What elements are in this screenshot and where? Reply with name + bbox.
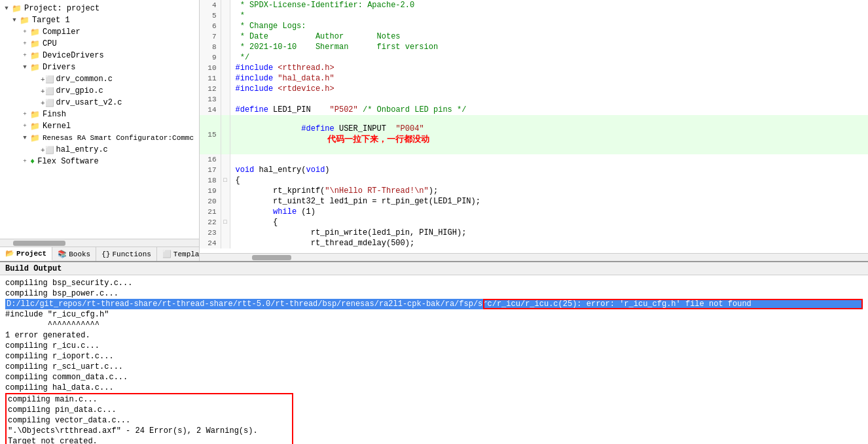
code-line-8[interactable]: 8 * 2021-10-10 Sherman first version (200, 42, 868, 52)
build-red-box-2: compiling main.c... compiling pin_data.c… (5, 393, 293, 444)
line-expand (221, 94, 230, 105)
code-line-21[interactable]: 21 while (1) (200, 207, 868, 217)
code-line-19[interactable]: 19 rt_kprintf("\nHello RT-Thread!\n"); (200, 186, 868, 196)
tab-books[interactable]: 📚 Books (52, 247, 96, 261)
build-error-line: D:/llc/git_repos/rt-thread-share/rt-thre… (5, 299, 863, 309)
build-output-header: Build Output (0, 262, 868, 275)
tree-item-finsh[interactable]: + 📁 Finsh (0, 109, 199, 120)
code-line-23[interactable]: 23 rt_pin_write(led1_pin, PIN_HIGH); (200, 228, 868, 238)
build-line-2: compiling bsp_power.c... (5, 288, 863, 299)
tree-item-drv-common[interactable]: +⬜ drv_common.c (0, 73, 199, 85)
tree-label: drv_common.c (56, 75, 113, 84)
code-line-6[interactable]: 6 * Change Logs: (200, 21, 868, 31)
code-line-4[interactable]: 4 * SPDX-License-Identifier: Apache-2.0 (200, 0, 868, 10)
tree-label: Compiler (43, 27, 81, 37)
code-line-10[interactable]: 10 #include <rtthread.h> (200, 63, 868, 73)
code-line-15[interactable]: 15 #define USER_INPUT "P004" 代码一拉下来，一行都没… (200, 115, 868, 154)
code-line-16[interactable]: 16 (200, 154, 868, 165)
expand-icon[interactable]: + (21, 111, 29, 118)
expand-icon[interactable]: + (21, 123, 29, 129)
tree-label: Flex Software (37, 157, 99, 166)
expand-icon[interactable]: ▼ (21, 64, 29, 71)
expand-icon[interactable]: ▼ (10, 17, 18, 24)
code-line-14[interactable]: 14 #define LED1_PIN "P502" /* Onboard LE… (200, 105, 868, 115)
tab-functions[interactable]: {} Functions (96, 247, 157, 261)
expand-icon[interactable]: + (21, 29, 29, 35)
line-expand (221, 52, 230, 63)
tree-item-compiler[interactable]: + 📁 Compiler (0, 26, 199, 38)
tree-label: Drivers (43, 63, 75, 72)
build-output-label: Build Output (5, 264, 62, 273)
line-number: 18 (200, 175, 221, 186)
code-content: void hal_entry(void) (230, 165, 868, 175)
tree-item-flex-software[interactable]: + ♦ Flex Software (0, 156, 199, 167)
expand-icon[interactable]: + (21, 41, 29, 47)
line-expand (221, 207, 230, 217)
annotation-text: 代码一拉下来，一行都没动 (327, 134, 429, 144)
line-expand (221, 10, 230, 21)
build-line-caret: ^^^^^^^^^^^ (5, 320, 863, 330)
code-content: rt_uint32_t led1_pin = rt_pin_get(LED1_P… (230, 196, 868, 207)
tab-label: Templates (173, 250, 200, 258)
expand-icon[interactable]: ▼ (3, 5, 10, 12)
templates-icon: ⬜ (162, 250, 172, 258)
tab-templates[interactable]: ⬜ Templates (157, 247, 200, 261)
line-number: 15 (200, 115, 221, 154)
code-content: * 2021-10-10 Sherman first version (230, 42, 868, 52)
line-number: 22 (200, 217, 221, 228)
tree-item-renesas[interactable]: ▼ 📁 Renesas RA Smart Configurator:Commc (0, 132, 199, 144)
tree-item-cpu[interactable]: + 📁 CPU (0, 38, 199, 50)
line-number: 11 (200, 73, 221, 84)
tree-item-kernel[interactable]: + 📁 Kernel (0, 120, 199, 132)
code-hscroll[interactable] (200, 253, 868, 261)
tree-item-drivers[interactable]: ▼ 📁 Drivers (0, 61, 199, 73)
tree-label: Target 1 (32, 16, 70, 25)
line-expand (221, 42, 230, 52)
tree-item-target1[interactable]: ▼ 📁 Target 1 (0, 14, 199, 26)
tab-label: Project (16, 250, 46, 258)
code-line-11[interactable]: 11 #include "hal_data.h" (200, 73, 868, 84)
code-line-18[interactable]: 18 □ { (200, 175, 868, 186)
code-content: rt_thread_mdelay(500); (230, 238, 868, 248)
line-expand (221, 115, 230, 154)
sidebar-hscroll[interactable] (0, 239, 199, 247)
build-line-hal-data: compiling hal_data.c... (5, 383, 863, 393)
build-red-box-2-wrapper: compiling main.c... compiling pin_data.c… (5, 393, 863, 444)
code-line-22[interactable]: 22 □ { (200, 217, 868, 228)
expand-icon[interactable]: + (21, 158, 29, 165)
code-content: #include <rtdevice.h> (230, 84, 868, 94)
build-line-1error: 1 error generated. (5, 330, 863, 341)
code-editor-area: 4 * SPDX-License-Identifier: Apache-2.0 … (200, 0, 868, 261)
code-content: rt_pin_write(led1_pin, PIN_HIGH); (230, 228, 868, 238)
code-line-9[interactable]: 9 */ (200, 52, 868, 63)
tree-item-devicedrivers[interactable]: + 📁 DeviceDrivers (0, 50, 199, 61)
build-output-panel: Build Output compiling bsp_security.c...… (0, 261, 868, 444)
line-expand (221, 73, 230, 84)
tree-item-project-root[interactable]: ▼ 📁 Project: project (0, 3, 199, 14)
tree-item-hal-entry[interactable]: +⬜ hal_entry.c (0, 144, 199, 156)
line-number: 16 (200, 154, 221, 165)
build-line-pin-data: compiling pin_data.c... (8, 405, 291, 415)
code-line-20[interactable]: 20 rt_uint32_t led1_pin = rt_pin_get(LED… (200, 196, 868, 207)
code-line-17[interactable]: 17 void hal_entry(void) (200, 165, 868, 175)
build-content: compiling bsp_security.c... compiling bs… (0, 275, 868, 444)
code-line-24[interactable]: 24 rt_thread_mdelay(500); (200, 238, 868, 248)
line-expand (221, 228, 230, 238)
expand-icon[interactable]: + (21, 52, 29, 59)
tab-label: Books (69, 250, 90, 258)
build-line-r-ioport: compiling r_ioport.c... (5, 351, 863, 362)
tree-item-drv-gpio[interactable]: +⬜ drv_gpio.c (0, 85, 199, 97)
project-tree: ▼ 📁 Project: project ▼ 📁 Target 1 + 📁 Co… (0, 0, 199, 239)
code-line-7[interactable]: 7 * Date Author Notes (200, 31, 868, 42)
code-line-12[interactable]: 12 #include <rtdevice.h> (200, 84, 868, 94)
tree-label: drv_usart_v2.c (56, 98, 122, 107)
expand-icon[interactable]: ▼ (21, 135, 29, 141)
tab-project[interactable]: 📂 Project (0, 247, 52, 261)
code-line-13[interactable]: 13 (200, 94, 868, 105)
build-line-target-not-created: Target not created. (8, 436, 291, 444)
code-editor[interactable]: 4 * SPDX-License-Identifier: Apache-2.0 … (200, 0, 868, 253)
code-line-5[interactable]: 5 * (200, 10, 868, 21)
build-line-r-icu: compiling r_icu.c... (5, 341, 863, 351)
code-content: * Change Logs: (230, 21, 868, 31)
tree-item-drv-usart[interactable]: +⬜ drv_usart_v2.c (0, 97, 199, 109)
